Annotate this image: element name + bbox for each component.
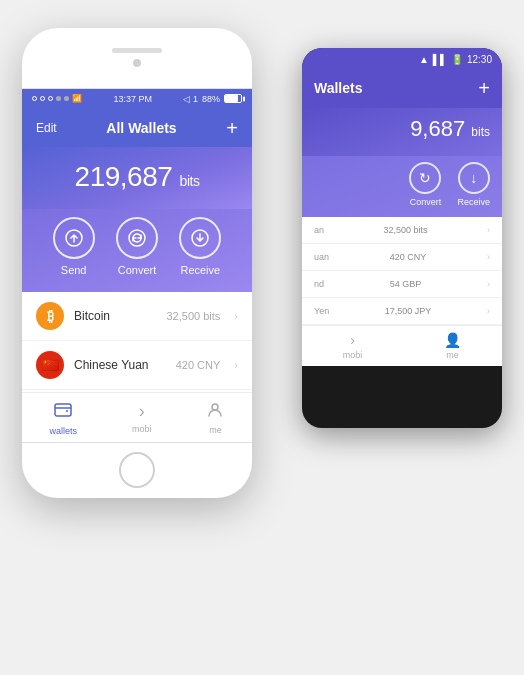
android-actions: ↻ Convert ↓ Receive bbox=[302, 156, 502, 217]
chevron-right-icon: › bbox=[234, 359, 238, 371]
me-nav-icon bbox=[206, 400, 224, 423]
ios-add-wallet-button[interactable]: + bbox=[226, 118, 238, 138]
ios-nav-me[interactable]: me bbox=[206, 400, 224, 435]
list-item[interactable]: 🇨🇳 Chinese Yuan 420 CNY › bbox=[22, 341, 252, 390]
android-battery-icon: 🔋 bbox=[451, 54, 463, 65]
ios-balance-number: 219,687 bbox=[75, 161, 173, 192]
mobi-nav-icon: › bbox=[139, 401, 145, 422]
ios-bottom-nav: wallets › mobi me bbox=[22, 392, 252, 442]
android-convert-button[interactable]: ↻ Convert bbox=[409, 162, 441, 207]
android-convert-icon: ↻ bbox=[409, 162, 441, 194]
android-phone: ▲ ▌▌ 🔋 12:30 Wallets + 9,687 bits ↻ Conv… bbox=[302, 48, 502, 428]
ios-location-icon: ◁ 1 bbox=[183, 94, 198, 104]
android-wifi-icon: ▲ bbox=[419, 54, 429, 65]
receive-icon bbox=[179, 217, 221, 259]
bitcoin-icon: ₿ bbox=[36, 302, 64, 330]
table-row[interactable]: nd 54 GBP › bbox=[302, 271, 502, 298]
android-receive-button[interactable]: ↓ Receive bbox=[457, 162, 490, 207]
list-item[interactable]: ₿ Bitcoin 32,500 bits › bbox=[22, 292, 252, 341]
table-row[interactable]: uan 420 CNY › bbox=[302, 244, 502, 271]
android-header-title: Wallets bbox=[314, 80, 363, 96]
table-row[interactable]: an 32,500 bits › bbox=[302, 217, 502, 244]
ios-nav-wallets[interactable]: wallets bbox=[49, 399, 77, 436]
ios-time: 13:37 PM bbox=[113, 94, 152, 104]
ios-speaker bbox=[112, 48, 162, 53]
ios-hero: 219,687 bits bbox=[22, 147, 252, 209]
send-icon bbox=[53, 217, 95, 259]
cny-icon: 🇨🇳 bbox=[36, 351, 64, 379]
android-mobi-icon: › bbox=[350, 332, 355, 348]
signal-dot-2 bbox=[40, 96, 45, 101]
android-balance-amount: 9,687 bits bbox=[314, 116, 490, 142]
signal-dot-3 bbox=[48, 96, 53, 101]
chevron-right-icon: › bbox=[487, 279, 490, 289]
android-plus-button[interactable]: + bbox=[478, 78, 490, 98]
svg-point-4 bbox=[212, 404, 218, 410]
ios-bottom-bezel bbox=[22, 443, 252, 498]
ios-status-bar: 📶 13:37 PM ◁ 1 88% bbox=[22, 89, 252, 109]
ios-signal-dots: 📶 bbox=[32, 94, 82, 103]
android-receive-icon: ↓ bbox=[458, 162, 490, 194]
chevron-right-icon: › bbox=[487, 225, 490, 235]
ios-home-button[interactable] bbox=[119, 452, 155, 488]
svg-point-1 bbox=[129, 230, 145, 246]
chevron-right-icon: › bbox=[487, 252, 490, 262]
android-balance-section: 9,687 bits bbox=[302, 108, 502, 156]
ios-nav-mobi[interactable]: › mobi bbox=[132, 401, 152, 434]
signal-dot-4 bbox=[56, 96, 61, 101]
android-nav-me[interactable]: 👤 me bbox=[444, 332, 461, 360]
ios-wallet-list: ₿ Bitcoin 32,500 bits › 🇨🇳 Chinese Yuan … bbox=[22, 292, 252, 392]
ios-phone: 📶 13:37 PM ◁ 1 88% Edit All Wallets + bbox=[22, 28, 252, 498]
chevron-right-icon: › bbox=[234, 310, 238, 322]
android-wallet-list: an 32,500 bits › uan 420 CNY › nd 54 GBP… bbox=[302, 217, 502, 325]
ios-send-button[interactable]: Send bbox=[53, 217, 95, 276]
ios-battery-bar bbox=[224, 94, 242, 103]
ios-top-bezel bbox=[22, 28, 252, 88]
table-row[interactable]: Yen 17,500 JPY › bbox=[302, 298, 502, 325]
ios-convert-button[interactable]: Convert bbox=[116, 217, 158, 276]
svg-rect-3 bbox=[55, 404, 71, 416]
ios-screen: 📶 13:37 PM ◁ 1 88% Edit All Wallets + bbox=[22, 88, 252, 443]
android-signal-icon: ▌▌ bbox=[433, 54, 447, 65]
ios-battery-fill bbox=[225, 95, 238, 102]
android-header: Wallets + bbox=[302, 72, 502, 108]
ios-battery-tip bbox=[243, 96, 245, 101]
ios-nav-title: All Wallets bbox=[106, 120, 176, 136]
ios-receive-button[interactable]: Receive bbox=[179, 217, 221, 276]
scene: ▲ ▌▌ 🔋 12:30 Wallets + 9,687 bits ↻ Conv… bbox=[12, 18, 512, 658]
wallets-nav-icon bbox=[53, 399, 73, 424]
ios-camera bbox=[133, 59, 141, 67]
signal-dot-1 bbox=[32, 96, 37, 101]
android-status-bar: ▲ ▌▌ 🔋 12:30 bbox=[302, 48, 502, 72]
android-bottom-nav: › mobi 👤 me bbox=[302, 325, 502, 366]
ios-balance-unit: bits bbox=[180, 173, 200, 189]
ios-nav-bar: Edit All Wallets + bbox=[22, 109, 252, 147]
signal-dot-5 bbox=[64, 96, 69, 101]
chevron-right-icon: › bbox=[487, 306, 490, 316]
ios-balance-display: 219,687 bits bbox=[22, 161, 252, 193]
android-nav-mobi[interactable]: › mobi bbox=[343, 332, 363, 360]
ios-actions: Send Convert bbox=[22, 209, 252, 292]
android-time: 12:30 bbox=[467, 54, 492, 65]
ios-status-right: ◁ 1 88% bbox=[183, 94, 242, 104]
ios-edit-button[interactable]: Edit bbox=[36, 121, 57, 135]
ios-wifi-icon: 📶 bbox=[72, 94, 82, 103]
ios-battery-pct: 88% bbox=[202, 94, 220, 104]
android-me-icon: 👤 bbox=[444, 332, 461, 348]
convert-icon bbox=[116, 217, 158, 259]
